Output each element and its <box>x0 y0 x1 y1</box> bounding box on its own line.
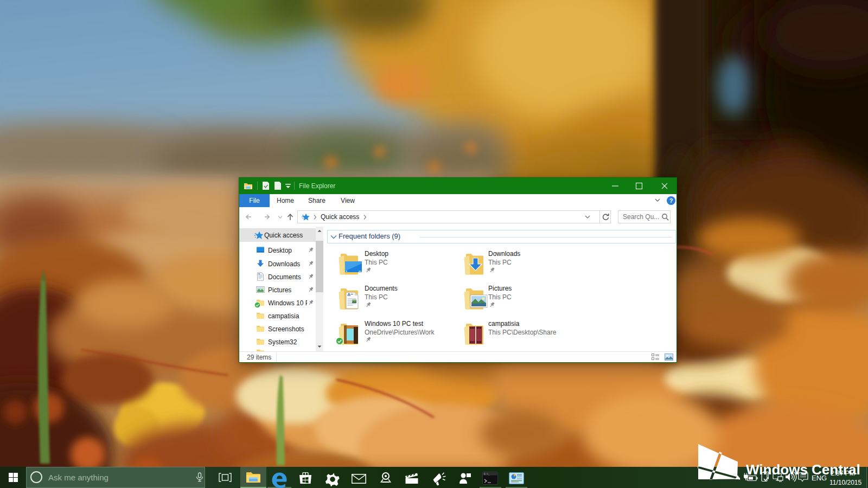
svg-text:C:\_: C:\_ <box>484 473 490 476</box>
svg-text:Windows Central: Windows Central <box>746 461 860 478</box>
